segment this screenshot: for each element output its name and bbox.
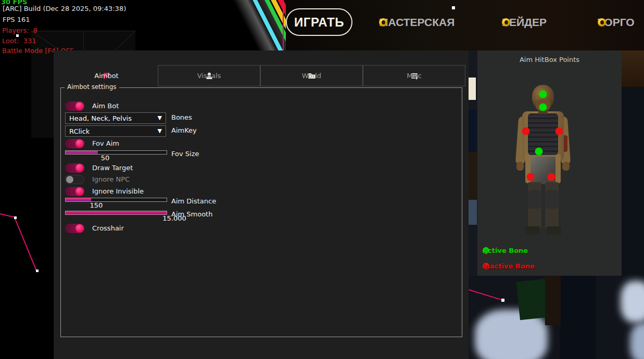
- hitbox-neck-dot[interactable]: [539, 104, 547, 111]
- esp-node: [36, 270, 39, 272]
- tab-world[interactable]: World: [260, 65, 363, 86]
- esp-line: [14, 217, 37, 271]
- hud-players: Players: 8: [2, 27, 37, 34]
- aimkey-dropdown[interactable]: RClick ▼: [65, 125, 166, 137]
- ignore-invisible-toggle[interactable]: [65, 187, 84, 196]
- fov-aim-row: Fov Aim: [65, 139, 273, 148]
- tab-visuals[interactable]: Visuals: [158, 65, 260, 86]
- hitbox-right-thigh-dot[interactable]: [548, 173, 555, 181]
- aim-bot-toggle[interactable]: [65, 101, 84, 111]
- bones-label: Bones: [171, 113, 192, 121]
- fov-size-value: 50: [90, 154, 121, 162]
- hitbox-head-dot[interactable]: [539, 91, 547, 98]
- hud-loot: Loot: 331: [2, 37, 36, 45]
- cheat-menu-window: Aimbot Visuals World Misc: [54, 50, 469, 359]
- coin-icon: [502, 18, 510, 27]
- fov-size-label: Fov Size: [171, 150, 199, 158]
- aim-bot-row: Aim Bot: [65, 101, 273, 111]
- hud-build-info: [ARC] Build (Dec 28 2025, 09:43:38): [3, 5, 126, 12]
- aimkey-label: AimKey: [171, 126, 197, 134]
- esp-node: [14, 216, 17, 219]
- tab-misc[interactable]: Misc: [363, 65, 465, 86]
- chevron-down-icon: ▼: [158, 114, 162, 121]
- group-title: Aimbot settings: [65, 83, 119, 91]
- menu-item-trade[interactable]: ТОРГО: [598, 15, 635, 30]
- fov-aim-toggle[interactable]: [65, 139, 84, 148]
- esp-tracer-line: [283, 0, 284, 50]
- rainbow-stripes: [228, 0, 286, 50]
- ignore-npc-toggle[interactable]: [65, 175, 84, 184]
- hitbox-pelvis-dot[interactable]: [535, 148, 543, 156]
- draw-target-row: Draw Target: [65, 163, 273, 173]
- crosshair-toggle[interactable]: [65, 224, 84, 233]
- aim-smooth-label: Aim Smooth: [171, 210, 212, 218]
- hitbox-left-thigh-dot[interactable]: [527, 173, 535, 181]
- esp-node: [501, 299, 504, 302]
- hud-overlay: 30 FPS [ARC] Build (Dec 28 2025, 09:43:3…: [0, 0, 208, 57]
- hitbox-right-arm-dot[interactable]: [555, 127, 563, 135]
- aim-smooth-slider[interactable]: [65, 211, 167, 215]
- play-button[interactable]: ИГРАТЬ: [286, 8, 352, 36]
- chevron-down-icon: ▼: [158, 127, 162, 134]
- coin-icon: [379, 18, 387, 27]
- esp-line: [0, 213, 15, 218]
- crosshair-row: Crosshair: [65, 224, 273, 233]
- bones-dropdown[interactable]: Head, Neck, Pelvis ▼: [65, 112, 166, 124]
- aimbot-settings-group: Aimbot settings Aim Bot Head, Neck, Pelv…: [60, 87, 462, 337]
- hud-fps-label: FPS 161: [3, 16, 30, 23]
- draw-target-toggle[interactable]: [65, 163, 84, 173]
- aim-distance-label: Aim Distance: [171, 197, 216, 205]
- ignore-invisible-row: Ignore Invisible: [65, 187, 273, 196]
- aim-distance-value: 150: [81, 201, 112, 209]
- menu-item-workshop[interactable]: МАСТЕРСКАЯ: [379, 15, 454, 30]
- coin-icon: [598, 18, 606, 27]
- hitbox-dots: [477, 50, 622, 276]
- hitbox-panel: Aim HitBox Points Active Bone: [477, 50, 622, 276]
- esp-node: [452, 6, 455, 9]
- menu-item-raider[interactable]: РЕЙДЕР: [502, 15, 547, 30]
- ignore-npc-row: Ignore NPC: [65, 175, 273, 184]
- hitbox-left-arm-dot[interactable]: [522, 127, 530, 135]
- game-screen: 30 FPS [ARC] Build (Dec 28 2025, 09:43:3…: [0, 0, 644, 359]
